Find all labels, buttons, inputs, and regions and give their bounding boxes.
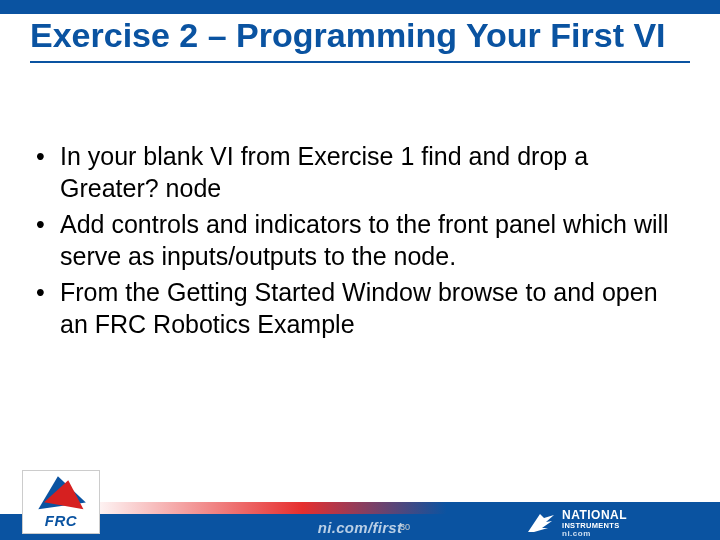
ni-line2: INSTRUMENTS [562, 522, 627, 530]
list-item: In your blank VI from Exercise 1 find an… [30, 140, 690, 204]
frc-logo: FRC [22, 470, 100, 534]
slide-content: In your blank VI from Exercise 1 find an… [30, 140, 690, 344]
ni-logo-text: NATIONAL INSTRUMENTS ni.com [562, 509, 627, 539]
ni-logo: NATIONAL INSTRUMENTS ni.com [526, 509, 706, 539]
slide: Exercise 2 – Programming Your First VI I… [0, 0, 720, 540]
ni-line1: NATIONAL [562, 509, 627, 521]
footer-url: ni.com/first [318, 519, 402, 536]
footer: ni.com/first 30 FRC NATIONAL INSTRUMENTS… [0, 468, 720, 540]
page-number: 30 [400, 522, 410, 532]
frc-triangle-icon [36, 476, 86, 510]
list-item: Add controls and indicators to the front… [30, 208, 690, 272]
frc-logo-label: FRC [45, 512, 77, 529]
slide-title: Exercise 2 – Programming Your First VI [30, 16, 690, 63]
header-bar [0, 0, 720, 14]
ni-eagle-icon [526, 512, 556, 534]
ni-line3: ni.com [562, 530, 627, 538]
list-item: From the Getting Started Window browse t… [30, 276, 690, 340]
bullet-list: In your blank VI from Exercise 1 find an… [30, 140, 690, 340]
